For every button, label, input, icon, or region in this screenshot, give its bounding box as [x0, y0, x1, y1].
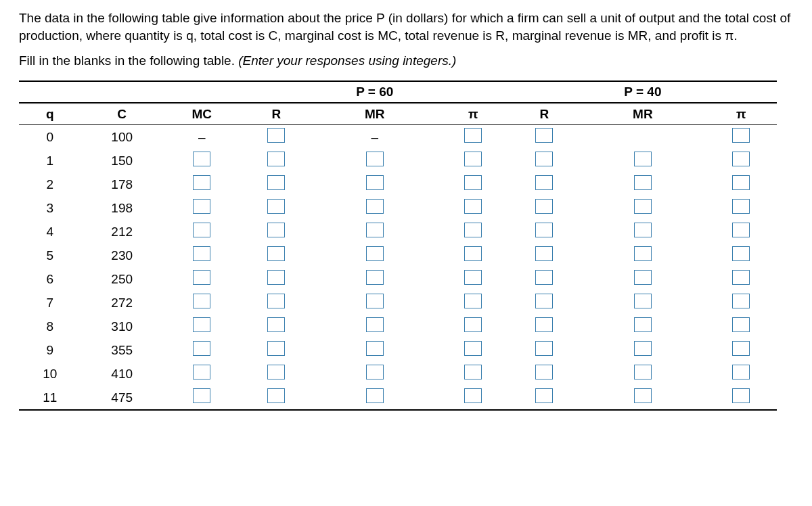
cell-c: 230: [81, 244, 163, 267]
input-mc[interactable]: [193, 341, 210, 356]
input-r40[interactable]: [535, 223, 553, 237]
input-mr60[interactable]: [366, 317, 384, 332]
cell-mr60-dash: –: [312, 125, 438, 150]
cell-q: 8: [19, 315, 81, 338]
input-mc[interactable]: [193, 175, 210, 190]
input-pi60[interactable]: [464, 152, 482, 166]
input-mr40[interactable]: [634, 317, 652, 332]
input-r40[interactable]: [535, 199, 553, 214]
input-mr40[interactable]: [634, 341, 652, 356]
input-mr40[interactable]: [634, 365, 652, 380]
input-r60[interactable]: [267, 175, 285, 190]
input-r60[interactable]: [267, 270, 285, 285]
input-pi60[interactable]: [464, 365, 482, 380]
input-mr40[interactable]: [634, 246, 652, 261]
input-mr40[interactable]: [634, 223, 652, 237]
input-mr40[interactable]: [634, 270, 652, 285]
input-r60[interactable]: [267, 341, 285, 356]
input-mc[interactable]: [193, 152, 210, 166]
intro-text: The data in the following table give inf…: [19, 9, 793, 44]
input-mr60[interactable]: [366, 294, 384, 308]
input-mc[interactable]: [193, 223, 210, 237]
input-r60[interactable]: [267, 128, 285, 143]
input-mc[interactable]: [193, 365, 210, 380]
input-mc[interactable]: [193, 246, 210, 261]
input-pi60[interactable]: [464, 294, 482, 308]
input-r60[interactable]: [267, 199, 285, 214]
input-pi60[interactable]: [464, 341, 482, 356]
input-mr60[interactable]: [366, 246, 384, 261]
input-mc[interactable]: [193, 317, 210, 332]
input-r40[interactable]: [535, 341, 553, 356]
input-pi60[interactable]: [464, 223, 482, 237]
input-mr60[interactable]: [366, 199, 384, 214]
input-pi40[interactable]: [732, 294, 750, 308]
input-mr60[interactable]: [366, 365, 384, 380]
cell-c: 100: [81, 125, 163, 150]
input-mr60[interactable]: [366, 270, 384, 285]
input-pi40[interactable]: [732, 152, 750, 166]
input-r60[interactable]: [267, 223, 285, 237]
input-pi40[interactable]: [732, 246, 750, 261]
input-mr60[interactable]: [366, 223, 384, 237]
input-pi40[interactable]: [732, 128, 750, 143]
input-r40[interactable]: [535, 270, 553, 285]
input-pi60[interactable]: [464, 199, 482, 214]
input-r60[interactable]: [267, 294, 285, 308]
cell-q: 1: [19, 149, 81, 172]
input-mr40[interactable]: [634, 388, 652, 403]
input-mr40[interactable]: [634, 152, 652, 166]
cell-q: 9: [19, 338, 81, 362]
input-pi40[interactable]: [732, 388, 750, 403]
input-r40[interactable]: [535, 246, 553, 261]
input-r60[interactable]: [267, 152, 285, 166]
cell-c: 310: [81, 315, 163, 338]
group-header-p40: P = 40: [580, 81, 706, 104]
input-r40[interactable]: [535, 365, 553, 380]
input-r60[interactable]: [267, 246, 285, 261]
table-row: 7272: [19, 291, 777, 315]
cell-q: 5: [19, 244, 81, 267]
input-mr40[interactable]: [634, 294, 652, 308]
input-pi40[interactable]: [732, 365, 750, 380]
input-pi60[interactable]: [464, 317, 482, 332]
input-pi60[interactable]: [464, 175, 482, 190]
input-mc[interactable]: [193, 388, 210, 403]
cell-c: 475: [81, 386, 163, 410]
input-mr60[interactable]: [366, 341, 384, 356]
cell-q: 4: [19, 220, 81, 244]
col-r40: R: [509, 104, 580, 125]
input-r40[interactable]: [535, 388, 553, 403]
input-pi60[interactable]: [464, 246, 482, 261]
input-r60[interactable]: [267, 365, 285, 380]
input-mr40[interactable]: [634, 199, 652, 214]
col-r60: R: [241, 104, 312, 125]
input-r40[interactable]: [535, 175, 553, 190]
input-pi40[interactable]: [732, 317, 750, 332]
input-r60[interactable]: [267, 317, 285, 332]
col-mc: MC: [163, 104, 241, 125]
input-r40[interactable]: [535, 294, 553, 308]
input-r40[interactable]: [535, 152, 553, 166]
input-pi40[interactable]: [732, 175, 750, 190]
input-mr40[interactable]: [634, 175, 652, 190]
input-mr60[interactable]: [366, 175, 384, 190]
input-mc[interactable]: [193, 199, 210, 214]
cell-c: 178: [81, 172, 163, 196]
cell-mc-dash: –: [163, 125, 241, 150]
input-pi40[interactable]: [732, 223, 750, 237]
input-pi60[interactable]: [464, 388, 482, 403]
input-r40[interactable]: [535, 128, 553, 143]
input-r60[interactable]: [267, 388, 285, 403]
input-pi40[interactable]: [732, 270, 750, 285]
input-mc[interactable]: [193, 294, 210, 308]
input-mr60[interactable]: [366, 388, 384, 403]
input-mc[interactable]: [193, 270, 210, 285]
input-pi40[interactable]: [732, 341, 750, 356]
input-pi40[interactable]: [732, 199, 750, 214]
input-pi60[interactable]: [464, 128, 482, 143]
input-r40[interactable]: [535, 317, 553, 332]
input-mr60[interactable]: [366, 152, 384, 166]
input-pi60[interactable]: [464, 270, 482, 285]
cell-q: 6: [19, 267, 81, 291]
